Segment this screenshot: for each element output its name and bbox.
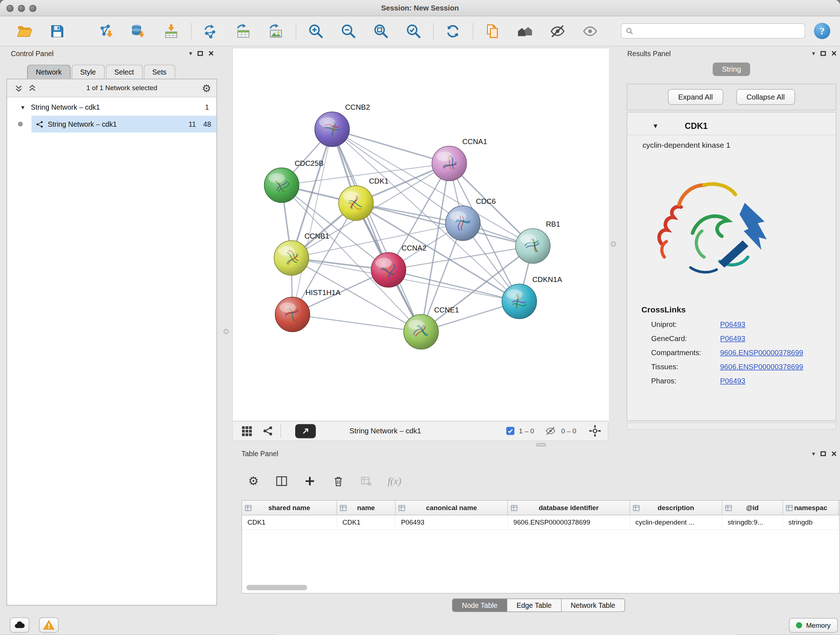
panel-collapse-button[interactable]: ▾ <box>812 50 815 57</box>
panel-float-button[interactable] <box>821 51 826 56</box>
tab-network[interactable]: Network <box>27 65 71 79</box>
table-row[interactable]: CDK1CDK1P064939606.ENSP00000378699cyclin… <box>242 516 840 530</box>
open-session-button[interactable] <box>11 19 38 42</box>
network-node-RB1[interactable]: RB1 <box>515 220 560 264</box>
disclosure-triangle-icon[interactable]: ▼ <box>20 104 26 111</box>
tab-style[interactable]: Style <box>72 65 104 79</box>
help-button[interactable]: ? <box>814 23 830 39</box>
show-columns-button[interactable] <box>274 473 289 489</box>
function-builder-button[interactable]: f(x) <box>387 473 402 489</box>
zoom-in-button[interactable] <box>302 19 329 42</box>
network-node-CDK1[interactable]: CDK1 <box>339 177 388 220</box>
network-row[interactable]: String Network – cdk1 11 48 <box>7 116 217 133</box>
zoom-fit-button[interactable] <box>367 19 394 42</box>
center-view-button[interactable] <box>588 424 601 437</box>
zoom-out-button[interactable] <box>334 19 362 42</box>
column-header-name[interactable]: name <box>337 501 396 515</box>
window-zoom-button[interactable] <box>29 5 36 12</box>
column-header-@id[interactable]: @id <box>722 501 783 515</box>
network-canvas[interactable]: CCNB2CCNA1CDC25BCDK1CDC6RB1CCNB1CCNA2CDK… <box>233 49 609 422</box>
splitter-handle-bottom[interactable] <box>536 443 546 447</box>
panel-close-button[interactable]: × <box>831 49 837 58</box>
panel-close-button[interactable]: × <box>831 449 837 458</box>
tab-edge-table[interactable]: Edge Table <box>507 599 561 612</box>
crosslink-link[interactable]: 9606.ENSP00000378699 <box>720 348 804 357</box>
window-minimize-button[interactable] <box>18 5 25 12</box>
delete-table-button[interactable] <box>359 473 374 489</box>
network-edge-CCNB2-CCNE1[interactable] <box>332 129 421 332</box>
crosslink-link[interactable]: 9606.ENSP00000378699 <box>720 363 804 371</box>
column-header-shared-name[interactable]: shared name <box>242 501 337 515</box>
table-settings-button[interactable]: ⚙ <box>246 473 261 489</box>
import-network-from-database-button[interactable] <box>125 19 152 42</box>
crosslink-link[interactable]: P06493 <box>720 334 745 343</box>
network-node-CCNB2[interactable]: CCNB2 <box>315 103 370 147</box>
zoom-out-icon <box>339 22 356 40</box>
network-edge-CCNB2-HIST1H1A[interactable] <box>293 129 332 315</box>
expand-all-networks-button[interactable] <box>28 84 36 92</box>
show-all-button[interactable] <box>576 19 603 42</box>
column-header-canonical-name[interactable]: canonical name <box>396 501 508 515</box>
column-header-database-identifier[interactable]: database identifier <box>508 501 630 515</box>
tab-network-table[interactable]: Network Table <box>561 599 625 612</box>
network-collection-label: String Network – cdk1 <box>31 103 100 111</box>
import-table-from-file-button[interactable] <box>157 19 185 42</box>
network-node-CCNA1[interactable]: CCNA1 <box>432 138 487 181</box>
column-header-namespac[interactable]: namespac <box>783 501 839 515</box>
external-link-button[interactable] <box>295 424 316 438</box>
expand-all-button[interactable]: Expand All <box>668 89 723 105</box>
duplicate-button[interactable] <box>478 19 506 42</box>
zoom-selected-button[interactable] <box>399 19 426 42</box>
network-overview-button[interactable] <box>261 424 274 437</box>
delete-column-button[interactable] <box>331 473 346 489</box>
results-scrollbar[interactable] <box>627 423 836 430</box>
export-table-button[interactable] <box>230 19 257 42</box>
network-node-CDKN1A[interactable]: CDKN1A <box>502 276 562 319</box>
hidden-indicator[interactable] <box>544 424 557 437</box>
collapse-all-button[interactable]: Collapse All <box>736 89 795 105</box>
panel-float-button[interactable] <box>197 51 203 56</box>
network-edge-HIST1H1A-CCNE1[interactable] <box>293 315 422 332</box>
hide-selected-button[interactable] <box>544 19 571 42</box>
splitter-handle-right[interactable] <box>611 242 616 247</box>
network-edge-CCNB2-CCNA1[interactable] <box>332 129 449 164</box>
collapse-all-networks-button[interactable] <box>15 84 23 92</box>
warnings-button[interactable] <box>39 618 58 633</box>
network-node-CCNB1[interactable]: CCNB1 <box>274 232 330 276</box>
crosslink-link[interactable]: P06493 <box>720 377 745 385</box>
panel-float-button[interactable] <box>821 451 826 456</box>
panel-collapse-button[interactable]: ▾ <box>189 50 192 57</box>
memory-button[interactable]: Memory <box>789 618 838 633</box>
network-row-selected[interactable]: String Network – cdk1 11 48 <box>32 116 217 133</box>
panel-collapse-button[interactable]: ▾ <box>812 450 815 456</box>
crosslinks-list: Uniprot:P06493GeneCard:P06493Compartment… <box>627 320 836 385</box>
splitter-handle-left[interactable] <box>224 329 229 334</box>
tab-string[interactable]: String <box>713 63 750 76</box>
export-image-button[interactable] <box>262 19 289 42</box>
network-node-CDC6[interactable]: CDC6 <box>446 197 496 241</box>
tab-select[interactable]: Select <box>106 65 142 79</box>
selected-checkbox[interactable] <box>507 427 515 435</box>
column-header-description[interactable]: description <box>630 501 722 515</box>
tab-node-table[interactable]: Node Table <box>452 599 507 612</box>
window-close-button[interactable] <box>6 5 14 12</box>
import-network-from-file-button[interactable] <box>92 19 119 42</box>
gear-icon: ⚙ <box>248 475 259 487</box>
network-options-gear-icon[interactable]: ⚙ <box>202 83 211 93</box>
apply-preferred-layout-button[interactable] <box>439 19 466 42</box>
save-session-button[interactable] <box>43 19 71 42</box>
search-input[interactable] <box>637 27 801 35</box>
tab-sets[interactable]: Sets <box>144 65 175 79</box>
crosslink-link[interactable]: P06493 <box>720 320 745 329</box>
panel-close-button[interactable]: × <box>208 49 214 58</box>
gene-header-row[interactable]: ▼ CDK1 <box>627 117 836 135</box>
add-column-button[interactable] <box>302 473 317 489</box>
home-button[interactable] <box>511 19 538 42</box>
grid-view-button[interactable] <box>240 424 254 437</box>
disclosure-triangle-icon[interactable]: ▼ <box>652 122 659 130</box>
table-horizontal-scrollbar[interactable] <box>246 585 307 591</box>
network-collection-row[interactable]: ▼ String Network – cdk1 1 <box>7 99 217 116</box>
cloud-status-button[interactable] <box>10 618 29 633</box>
export-network-button[interactable] <box>197 19 224 42</box>
network-node-HIST1H1A[interactable]: HIST1H1A <box>275 288 341 332</box>
